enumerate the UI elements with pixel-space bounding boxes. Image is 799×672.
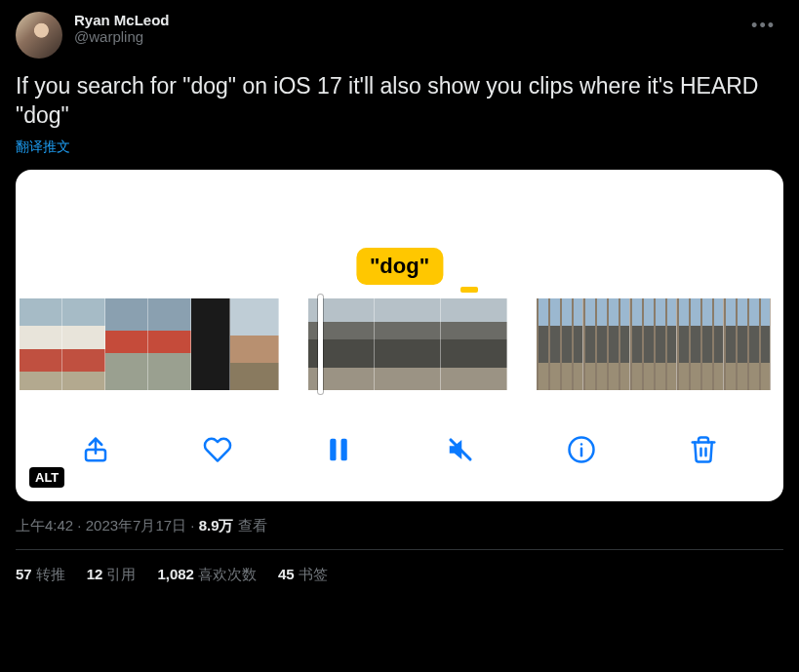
bookmarks-label: 书签 (299, 566, 328, 582)
retweets-count: 57 (16, 566, 32, 582)
clip-thumb (230, 298, 279, 390)
mute-icon[interactable] (446, 435, 475, 464)
retweets-label: 转推 (36, 566, 65, 582)
clip-thumb (20, 298, 62, 390)
clip-thumb (583, 298, 630, 390)
svg-rect-1 (331, 439, 337, 461)
handle: @warpling (74, 28, 743, 45)
clip-thumb (441, 298, 507, 390)
playhead[interactable] (318, 295, 323, 394)
clip-group (20, 298, 279, 390)
quotes-stat[interactable]: 12引用 (87, 566, 137, 584)
tag-tick (460, 287, 478, 293)
likes-label: 喜欢次数 (198, 566, 257, 582)
stats-row: 57转推 12引用 1,082喜欢次数 45书签 (16, 550, 783, 584)
tweet-text: If you search for "dog" on iOS 17 it'll … (16, 72, 783, 131)
clip-thumb (630, 298, 677, 390)
clip-thumb (105, 298, 148, 390)
info-icon[interactable] (567, 435, 596, 464)
author-block[interactable]: Ryan McLeod @warpling (74, 12, 743, 45)
clip-thumb (724, 298, 771, 390)
pause-icon[interactable] (324, 435, 353, 464)
trash-icon[interactable] (689, 435, 718, 464)
tweet-date[interactable]: 2023年7月17日 (86, 517, 186, 534)
tweet-container: Ryan McLeod @warpling ••• If you search … (0, 0, 799, 584)
clip-group (308, 298, 507, 390)
display-name: Ryan McLeod (74, 12, 743, 28)
alt-badge[interactable]: ALT (29, 467, 64, 488)
media-controls (16, 435, 783, 464)
search-tag: "dog" (356, 248, 443, 285)
more-icon: ••• (751, 16, 776, 35)
quotes-count: 12 (87, 566, 103, 582)
heart-icon[interactable] (203, 435, 232, 464)
views-label: 查看 (238, 517, 267, 534)
likes-stat[interactable]: 1,082喜欢次数 (157, 566, 257, 584)
tweet-meta: 上午4:42 · 2023年7月17日 · 8.9万 查看 (16, 517, 783, 535)
clip-thumb (375, 298, 441, 390)
retweets-stat[interactable]: 57转推 (16, 566, 65, 584)
clip-group (537, 298, 771, 390)
translate-link[interactable]: 翻译推文 (16, 138, 783, 156)
quotes-label: 引用 (106, 566, 136, 582)
likes-count: 1,082 (157, 566, 194, 582)
clip-thumb (191, 298, 230, 390)
avatar[interactable] (16, 12, 62, 59)
views-count: 8.9万 (199, 517, 234, 534)
share-icon[interactable] (81, 435, 110, 464)
svg-point-6 (580, 443, 583, 446)
clip-thumb (62, 298, 105, 390)
tweet-time[interactable]: 上午4:42 (16, 517, 73, 534)
video-timeline[interactable] (16, 298, 783, 390)
svg-rect-2 (341, 439, 347, 461)
bookmarks-stat[interactable]: 45书签 (278, 566, 328, 584)
more-options-button[interactable]: ••• (743, 12, 783, 40)
clip-thumb (677, 298, 724, 390)
tweet-header: Ryan McLeod @warpling ••• (16, 12, 783, 59)
clip-thumb (537, 298, 583, 390)
media-card[interactable]: "dog" (16, 170, 783, 501)
bookmarks-count: 45 (278, 566, 295, 582)
clip-thumb (148, 298, 191, 390)
